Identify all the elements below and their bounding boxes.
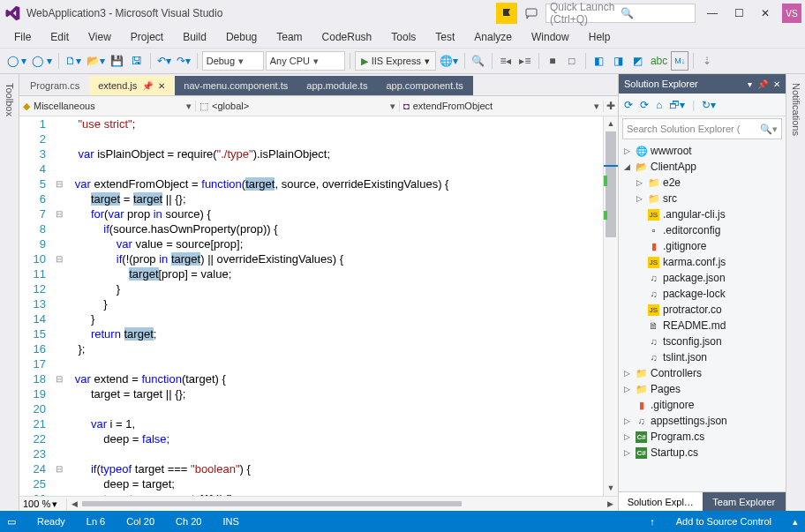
tree-node-Pages[interactable]: ▷📁Pages [619,381,786,397]
solution-explorer-title[interactable]: Solution Explorer ▾📌✕ [619,74,786,94]
minimize-button[interactable]: — [699,3,726,24]
platform-combo[interactable]: Any CPU▾ [266,51,345,71]
code-content[interactable]: "use strict"; var isPlainObject = requir… [65,116,603,496]
tree-node-karma-conf-js[interactable]: JSkarma.conf.js [619,254,786,270]
tree-node--gitignore[interactable]: ▮.gitignore [619,238,786,254]
solution-explorer-tab[interactable]: Solution Expl… [619,491,703,511]
tree-node-Program-cs[interactable]: ▷C#Program.cs [619,429,786,445]
close-button[interactable]: ✕ [752,3,779,24]
run-button[interactable]: ▶IIS Express▾ [355,51,436,71]
tree-node-appsettings-json[interactable]: ▷♫appsettings.json [619,413,786,429]
scope-combo[interactable]: ◆ Miscellaneous▾ [19,101,196,112]
team-explorer-tab[interactable]: Team Explorer [703,491,786,511]
doc-tab-extend-js[interactable]: extend.js 📌 ✕ [89,76,175,95]
doc-tab-app-module-ts[interactable]: app.module.ts [297,76,377,95]
scm-up-icon[interactable]: ↑ [650,516,655,527]
menu-team[interactable]: Team [267,29,311,45]
tree-node-package-json[interactable]: ♫package.json [619,270,786,286]
toolbar-ext-e[interactable]: M↓ [671,51,688,71]
pin-icon[interactable]: 📌 [142,81,153,91]
browser-button[interactable]: 🌐▾ [438,51,460,71]
tree-node--editorconfig[interactable]: ▫.editorconfig [619,222,786,238]
menu-test[interactable]: Test [426,29,463,45]
object-combo[interactable]: ⬚ <global>▾ [196,101,400,112]
indent-less-button[interactable]: ≡◂ [497,51,515,71]
toolbar-ext-a[interactable]: ◧ [591,51,608,71]
config-combo[interactable]: Debug▾ [202,51,264,71]
tree-node-package-lock[interactable]: ♫package-lock [619,286,786,302]
tree-node-tslint-json[interactable]: ♫tslint.json [619,349,786,365]
indent-more-button[interactable]: ▸≡ [516,51,534,71]
toolbar-ext-d[interactable]: abc [649,51,669,71]
notification-flag-icon[interactable] [496,3,517,24]
new-project-button[interactable]: 🗋▾ [64,51,83,71]
solution-tree[interactable]: ▷🌐wwwroot◢📂ClientApp▷📁e2e▷📁srcJS.angular… [619,141,786,491]
open-file-button[interactable]: 📂▾ [85,51,107,71]
horizontal-scrollbar[interactable]: ◀▶ [67,499,618,508]
nav-forward-button[interactable]: ◯ ▾ [30,51,53,71]
tree-node-src[interactable]: ▷📁src [619,191,786,206]
menu-tools[interactable]: Tools [382,29,425,45]
status-output-icon[interactable]: ▭ [7,516,16,528]
doc-tab-Program-cs[interactable]: Program.cs [21,76,89,95]
feedback-icon[interactable] [521,3,542,24]
tree-node-README-md[interactable]: 🗎README.md [619,318,786,333]
status-scm[interactable]: Add to Source Control [676,516,771,527]
redo-button[interactable]: ↷▾ [175,51,192,71]
menu-analyze[interactable]: Analyze [465,29,521,45]
toolbar-ext-b[interactable]: ◨ [610,51,628,71]
close-icon[interactable]: ✕ [773,79,780,89]
outline-margin[interactable]: ⊟⊟⊟⊟⊟ [53,116,65,496]
save-all-button[interactable]: 🖫 [128,51,146,71]
tree-node-tsconfig-json[interactable]: ♫tsconfig.json [619,333,786,349]
save-button[interactable]: 💾 [109,51,126,71]
view-icon[interactable]: 🗗▾ [669,99,685,111]
quick-launch-input[interactable]: Quick Launch (Ctrl+Q) 🔍 [545,4,696,23]
toolbox-tab[interactable]: Toolbox [3,78,17,122]
zoom-combo[interactable]: 100 %▾ [19,498,67,510]
code-editor[interactable]: 1234567891011121314151617181920212223242… [19,116,618,496]
sync2-icon[interactable]: ⟳ [640,99,649,111]
find-button[interactable]: 🔍 [470,51,487,71]
tree-node-protractor-co[interactable]: JSprotractor.co [619,302,786,318]
tree-node--angular-cli-js[interactable]: JS.angular-cli.js [619,206,786,222]
nav-back-button[interactable]: ◯ ▾ [5,51,28,71]
tree-node-ClientApp[interactable]: ◢📂ClientApp [619,159,786,175]
menu-edit[interactable]: Edit [41,29,78,45]
tree-node-Startup-cs[interactable]: ▷C#Startup.cs [619,445,786,461]
toolbar-ext-c[interactable]: ◩ [629,51,647,71]
vs-account-badge[interactable]: VS [782,4,801,23]
sync-icon[interactable]: ⟳ [624,99,633,111]
comment-button[interactable]: ■ [544,51,561,71]
menu-project[interactable]: Project [122,29,172,45]
solution-search-input[interactable]: Search Solution Explorer ( 🔍 ▾ [622,118,782,139]
doc-tab-app-component-ts[interactable]: app.component.ts [377,76,472,95]
split-button[interactable]: ✚ [604,100,618,112]
menu-help[interactable]: Help [580,29,620,45]
menu-debug[interactable]: Debug [217,29,266,45]
scroll-down-icon[interactable]: ▼ [604,481,618,496]
menu-window[interactable]: Window [523,29,578,45]
tree-node-e2e[interactable]: ▷📁e2e [619,175,786,191]
tree-node-wwwroot[interactable]: ▷🌐wwwroot [619,143,786,159]
scroll-up-icon[interactable]: ▲ [604,116,618,131]
uncomment-button[interactable]: □ [563,51,581,71]
menu-file[interactable]: File [5,29,40,45]
menu-build[interactable]: Build [174,29,215,45]
member-combo[interactable]: ◘ extendFromObject▾ [400,101,604,112]
pin-icon[interactable]: 📌 [757,79,768,89]
panel-menu-icon[interactable]: ▾ [748,79,752,89]
refresh-icon[interactable]: ↻▾ [702,99,716,111]
tree-node--gitignore[interactable]: ▮.gitignore [619,397,786,413]
vertical-scrollbar[interactable]: ▲ ▼ [603,116,618,496]
home-icon[interactable]: ⌂ [656,99,662,111]
menu-coderush[interactable]: CodeRush [313,29,381,45]
notifications-tab[interactable]: Notifications [789,78,803,141]
menu-view[interactable]: View [79,29,120,45]
tree-node-Controllers[interactable]: ▷📁Controllers [619,365,786,381]
toolbar-overflow-button[interactable]: ⇣ [698,51,716,71]
doc-tab-nav-menu-component-ts[interactable]: nav-menu.component.ts [175,76,297,95]
close-icon[interactable]: ✕ [158,81,165,91]
undo-button[interactable]: ↶▾ [155,51,173,71]
maximize-button[interactable]: ☐ [726,3,752,24]
